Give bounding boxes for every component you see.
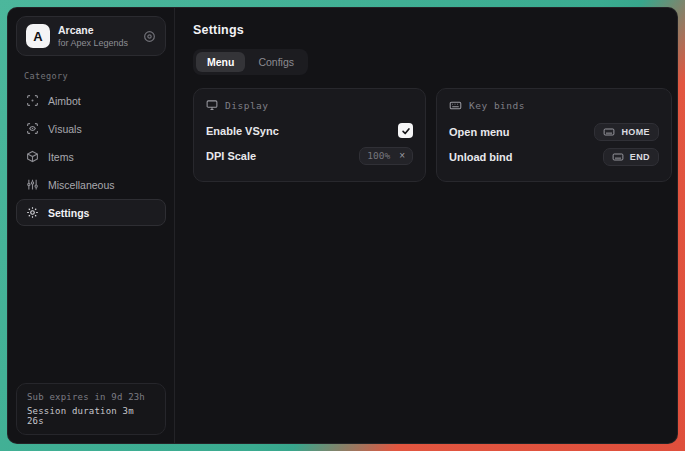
- sliders-icon: [26, 178, 39, 191]
- sidebar-item-miscellaneous[interactable]: Miscellaneous: [16, 171, 166, 198]
- sidebar-item-label: Aimbot: [48, 95, 81, 107]
- sidebar-item-visuals[interactable]: Visuals: [16, 115, 166, 142]
- keyboard-icon: [612, 151, 624, 163]
- sub-expires-text: Sub expires in 9d 23h: [27, 392, 155, 402]
- app-window: A Arcane for Apex Legends Category: [7, 7, 678, 444]
- sidebar: A Arcane for Apex Legends Category: [8, 8, 175, 443]
- display-card: Display Enable VSync DPI Scale 100% ×: [193, 88, 426, 182]
- brand-name: Arcane: [58, 24, 135, 36]
- brand-text: Arcane for Apex Legends: [58, 24, 135, 48]
- keybinds-card-title: Key binds: [469, 100, 525, 111]
- category-section-label: Category: [24, 71, 158, 81]
- subscription-card: Sub expires in 9d 23h Session duration 3…: [16, 383, 166, 435]
- open-menu-bind-button[interactable]: HOME: [594, 123, 659, 141]
- brand-card: A Arcane for Apex Legends: [16, 16, 166, 56]
- open-menu-bind-key: HOME: [621, 127, 650, 137]
- vsync-label: Enable VSync: [206, 125, 279, 137]
- monitor-icon: [206, 99, 218, 111]
- gear-icon: [26, 206, 39, 219]
- dpi-scale-input[interactable]: 100% ×: [359, 147, 413, 165]
- page-title: Settings: [193, 23, 672, 37]
- crosshair-icon: [26, 94, 39, 107]
- unload-bind-button[interactable]: END: [603, 148, 659, 166]
- package-icon: [26, 150, 39, 163]
- scan-eye-icon: [26, 122, 39, 135]
- dpi-scale-value: 100%: [367, 150, 390, 161]
- vsync-row: Enable VSync: [206, 118, 413, 143]
- sidebar-item-settings[interactable]: Settings: [16, 199, 166, 226]
- clear-icon[interactable]: ×: [399, 151, 405, 161]
- sidebar-item-items[interactable]: Items: [16, 143, 166, 170]
- sidebar-item-label: Miscellaneous: [48, 179, 115, 191]
- settings-cards: Display Enable VSync DPI Scale 100% ×: [193, 88, 672, 182]
- sidebar-nav: Aimbot Visuals: [16, 87, 166, 226]
- session-duration-text: Session duration 3m 26s: [27, 406, 155, 426]
- keyboard-icon: [449, 99, 462, 112]
- emblem-icon[interactable]: [143, 30, 156, 43]
- sidebar-spacer: [16, 226, 166, 383]
- keyboard-icon: [603, 126, 615, 138]
- dpi-scale-label: DPI Scale: [206, 150, 256, 162]
- display-card-title: Display: [225, 100, 269, 111]
- open-menu-label: Open menu: [449, 126, 510, 138]
- sidebar-item-label: Settings: [48, 207, 89, 219]
- unload-bind-key: END: [630, 152, 650, 162]
- sidebar-item-label: Items: [48, 151, 74, 163]
- sidebar-item-aimbot[interactable]: Aimbot: [16, 87, 166, 114]
- vsync-checkbox[interactable]: [398, 123, 413, 138]
- dpi-scale-row: DPI Scale 100% ×: [206, 143, 413, 168]
- sidebar-item-label: Visuals: [48, 123, 82, 135]
- main-content: Settings Menu Configs Display: [175, 8, 678, 443]
- tab-menu[interactable]: Menu: [196, 52, 245, 72]
- display-card-header: Display: [206, 99, 413, 111]
- brand-logo: A: [26, 24, 50, 48]
- unload-bind-label: Unload bind: [449, 151, 513, 163]
- tab-configs[interactable]: Configs: [247, 52, 305, 72]
- brand-subtitle: for Apex Legends: [58, 38, 135, 48]
- open-menu-row: Open menu HOME: [449, 119, 659, 144]
- unload-bind-row: Unload bind END: [449, 144, 659, 169]
- keybinds-card: Key binds Open menu HOME: [436, 88, 672, 182]
- keybinds-card-header: Key binds: [449, 99, 659, 112]
- settings-tabbar: Menu Configs: [193, 49, 308, 75]
